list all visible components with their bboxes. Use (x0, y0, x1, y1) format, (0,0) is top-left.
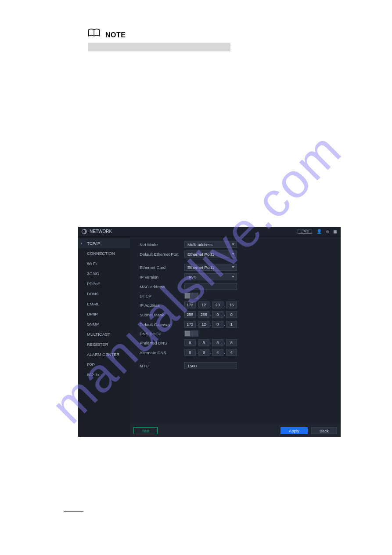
label-default-port: Default Ethernet Port (140, 252, 184, 257)
note-label: NOTE (105, 31, 126, 39)
sidebar-item-8021x[interactable]: 802.1x (78, 370, 130, 380)
field-pdns[interactable]: 8. 8. 8. 8 (184, 339, 237, 346)
label-dhcp: DHCP (140, 294, 184, 298)
back-button[interactable]: Back (311, 427, 337, 434)
sidebar-item-alarm-center[interactable]: ALARM CENTER (78, 349, 130, 359)
field-gateway[interactable]: 172. 12. 0. 1 (184, 321, 237, 328)
sidebar-item-connection[interactable]: CONNECTION (78, 248, 130, 258)
window-titlebar: NETWORK LIVE 👤 ⎋ ▦ (78, 227, 341, 236)
apply-button[interactable]: Apply (281, 427, 308, 434)
label-pdns: Preferred DNS (140, 341, 184, 345)
field-mac (184, 283, 237, 290)
window-title: NETWORK (90, 229, 112, 234)
label-adns: Alternate DNS (140, 350, 184, 355)
label-gateway: Default Gateway (140, 322, 184, 327)
note-callout: NOTE (88, 28, 230, 51)
field-adns[interactable]: 8. 8. 4. 4 (184, 349, 237, 356)
content-panel: Net Mode Multi-address Default Ethernet … (130, 236, 341, 437)
label-mac: MAC Address (140, 284, 184, 289)
footer-bar: Test Apply Back (130, 424, 341, 437)
field-ip[interactable]: 172. 12. 20. 15 (184, 301, 237, 308)
network-icon (82, 229, 87, 234)
network-settings-screenshot: NETWORK LIVE 👤 ⎋ ▦ TCP/IP CONNECTION Wi-… (78, 227, 341, 437)
toggle-dns-dhcp[interactable] (184, 330, 198, 337)
label-mtu: MTU (140, 363, 184, 368)
select-ethernet-card[interactable]: Ethernet Port1 (184, 264, 237, 271)
select-default-port[interactable]: Ethernet Port1 (184, 250, 237, 258)
logout-icon[interactable]: ⎋ (326, 229, 329, 234)
user-icon[interactable]: 👤 (316, 229, 322, 234)
label-ethernet-card: Ethernet Card (140, 265, 184, 270)
sidebar-item-email[interactable]: EMAIL (78, 299, 130, 309)
footnote-rule (64, 511, 83, 511)
select-net-mode[interactable]: Multi-address (184, 241, 237, 248)
sidebar-item-pppoe[interactable]: PPPoE (78, 279, 130, 289)
field-mtu[interactable]: 1500 (184, 362, 237, 369)
label-mask: Subnet Mask (140, 312, 184, 317)
sidebar-item-p2p[interactable]: P2P (78, 359, 130, 370)
test-button[interactable]: Test (133, 427, 158, 434)
book-icon (88, 28, 101, 39)
live-badge: LIVE (298, 229, 312, 234)
sidebar-item-multicast[interactable]: MULTICAST (78, 329, 130, 339)
sidebar-item-register[interactable]: REGISTER (78, 339, 130, 349)
sidebar-item-upnp[interactable]: UPnP (78, 309, 130, 319)
select-ip-version[interactable]: IPv4 (184, 273, 237, 280)
sidebar-item-tcpip[interactable]: TCP/IP (78, 238, 130, 248)
sidebar-item-snmp[interactable]: SNMP (78, 319, 130, 329)
label-ip-version: IP Version (140, 275, 184, 279)
field-mask[interactable]: 255. 255. 0. 0 (184, 311, 237, 318)
toggle-dhcp[interactable] (184, 293, 198, 299)
sidebar-item-ddns[interactable]: DDNS (78, 289, 130, 299)
sidebar-item-3g4g[interactable]: 3G/4G (78, 268, 130, 279)
sidebar: TCP/IP CONNECTION Wi-Fi 3G/4G PPPoE DDNS… (78, 236, 130, 437)
label-net-mode: Net Mode (140, 242, 184, 247)
label-dns-dhcp: DNS DHCP (140, 331, 184, 336)
grid-icon[interactable]: ▦ (333, 229, 337, 234)
note-highlight-strip (88, 43, 230, 51)
sidebar-item-wifi[interactable]: Wi-Fi (78, 258, 130, 268)
label-ip: IP Address (140, 303, 184, 308)
